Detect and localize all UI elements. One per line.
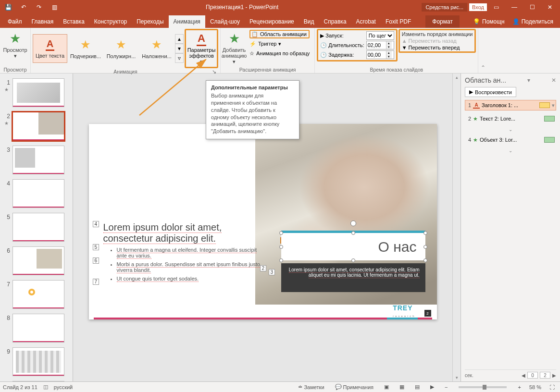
slide-bullet-list[interactable]: Ut fermentum a magna ut eleifend. Intege…: [110, 247, 264, 284]
thumbnail-4[interactable]: [12, 179, 64, 208]
account-login-button[interactable]: Вход: [469, 3, 487, 11]
gallery-up-icon[interactable]: ▴: [175, 34, 184, 44]
anim-pane-item-1[interactable]: 1 A Заголовок 1: ... ▾: [465, 100, 556, 110]
window-title: Презентация1 - PowerPoint: [62, 4, 422, 11]
timing-group: ▶ Запуск: По щелчку 🕒 Длительность: ▴▾ 🕒…: [317, 29, 397, 61]
anim-effect-overlay[interactable]: ★Наложени...: [139, 34, 174, 63]
view-sorter-icon[interactable]: ▦: [397, 384, 407, 390]
chevron-down-icon[interactable]: ▾: [552, 102, 555, 109]
share-button[interactable]: Поделиться: [522, 18, 553, 25]
effect-options-button[interactable]: A Параметры эффектов ▾: [185, 29, 218, 68]
view-slideshow-icon[interactable]: ▶: [428, 384, 436, 390]
reorder-group: Изменить порядок анимации ▲ Переместить …: [398, 29, 476, 53]
thumbnail-10[interactable]: [12, 381, 64, 381]
contextual-tab-group: Средства рис...: [422, 3, 467, 12]
star-icon: ★: [473, 137, 478, 143]
anim-tag-6[interactable]: 6: [93, 257, 100, 264]
duration-input[interactable]: [367, 41, 386, 49]
gallery-more-icon[interactable]: ▿: [175, 53, 184, 63]
timeline-bar[interactable]: [544, 137, 555, 143]
undo-icon[interactable]: ↶: [20, 4, 27, 11]
anim-effect-bold[interactable]: ★Полужирн...: [104, 34, 138, 63]
view-reading-icon[interactable]: ▤: [412, 384, 422, 390]
thumbnail-3[interactable]: [12, 146, 64, 174]
zoom-value[interactable]: 58 %: [529, 384, 541, 390]
thumbnail-8[interactable]: [12, 314, 64, 343]
anim-pane-item-2[interactable]: 2 ★ Текст 2: Lore...: [465, 113, 556, 124]
language-label[interactable]: русский: [54, 384, 73, 390]
anim-tag-4[interactable]: 4: [93, 221, 100, 227]
anim-tag-5[interactable]: 5: [93, 244, 100, 250]
tab-acrobat[interactable]: Acrobat: [351, 15, 381, 28]
expand-icon[interactable]: ⌄: [465, 148, 556, 153]
canvas-scrollbar[interactable]: ▴▾: [452, 74, 460, 381]
nav-prev-icon[interactable]: ◀: [522, 373, 525, 378]
anim-tag-2[interactable]: 2: [260, 265, 267, 271]
ribbon-options-icon[interactable]: ▭: [494, 4, 499, 11]
slide-title-box[interactable]: О нас: [281, 231, 425, 260]
anim-tag-3[interactable]: 3: [269, 269, 275, 275]
tab-foxit[interactable]: Foxit PDF: [381, 15, 416, 28]
animation-pane-button[interactable]: 📋 Область анимации: [249, 30, 310, 38]
tab-review[interactable]: Рецензирование: [245, 15, 299, 28]
fit-to-window-icon[interactable]: ⛶: [547, 384, 557, 390]
slide-heading[interactable]: Lorem ipsum dolor sit amet, consectetur …: [103, 222, 262, 244]
view-normal-icon[interactable]: ▣: [382, 384, 391, 390]
thumbnail-6[interactable]: [12, 246, 64, 275]
tab-view[interactable]: Вид: [299, 15, 319, 28]
tab-slideshow[interactable]: Слайд-шоу: [205, 15, 245, 28]
animation-painter-button[interactable]: ☆ Анимация по образцу: [249, 49, 310, 58]
tab-home[interactable]: Главная: [27, 15, 59, 28]
zoom-out-icon[interactable]: −: [442, 384, 450, 390]
tab-help[interactable]: Справка: [319, 15, 351, 28]
anim-effect-color[interactable]: A Цвет текста: [33, 34, 67, 63]
preview-button[interactable]: ★ Просмотр▾: [4, 29, 27, 61]
seconds-label: сек.: [465, 373, 473, 378]
timeline-bar[interactable]: [539, 102, 550, 108]
maximize-icon[interactable]: ☐: [530, 4, 535, 11]
slide-subtitle-box[interactable]: Lorem ipsum dolor sit amet, consectetur …: [281, 263, 425, 292]
tab-format[interactable]: Формат: [425, 15, 460, 28]
gallery-down-icon[interactable]: ▾: [175, 44, 184, 53]
delay-input[interactable]: [367, 51, 386, 59]
anim-effect-underline[interactable]: ★Подчеркив...: [68, 34, 103, 63]
group-advanced-label: Расширенная анимация: [239, 66, 296, 73]
slide-thumbnails: 1★ 2★ 3 4 5 6 7 8 9 10: [0, 74, 73, 381]
status-bar: Слайд 2 из 11 ◫ русский ≐ Заметки 💬 Прим…: [0, 381, 560, 392]
anim-pane-item-3[interactable]: 4 ★ Объект 3: Lor...: [465, 135, 556, 145]
accessibility-icon[interactable]: ◫: [43, 384, 48, 390]
slide-counter[interactable]: Слайд 2 из 11: [3, 384, 37, 390]
timeline-bar[interactable]: [544, 116, 555, 122]
tell-me[interactable]: Помощн: [482, 18, 505, 25]
start-from-beginning-icon[interactable]: ▥: [51, 4, 58, 11]
collapse-ribbon-icon[interactable]: ⌃: [478, 28, 488, 73]
thumbnail-5[interactable]: [12, 213, 64, 242]
anim-tag-7[interactable]: 7: [93, 279, 100, 285]
tab-file[interactable]: Файл: [3, 15, 27, 28]
thumbnail-2[interactable]: [12, 112, 64, 141]
tab-animation[interactable]: Анимация: [169, 15, 205, 28]
trigger-button[interactable]: ⚡ Триггер ▾: [249, 39, 310, 48]
start-select[interactable]: По щелчку: [366, 31, 394, 40]
notes-button[interactable]: ≐ Заметки: [296, 384, 326, 390]
thumbnail-9[interactable]: [12, 347, 64, 376]
zoom-slider[interactable]: [459, 386, 507, 388]
close-icon[interactable]: ✕: [548, 4, 552, 11]
thumbnail-1[interactable]: [12, 78, 64, 107]
animation-pane-close-icon[interactable]: ✕: [551, 77, 556, 84]
minimize-icon[interactable]: —: [511, 4, 517, 11]
redo-icon[interactable]: ↷: [36, 4, 42, 11]
expand-icon[interactable]: ⌄: [465, 127, 556, 132]
move-later-button[interactable]: ▼ Переместить вперед: [402, 45, 473, 50]
thumbnail-7[interactable]: [12, 280, 64, 309]
comments-button[interactable]: 💬 Примечания: [333, 384, 376, 390]
tab-insert[interactable]: Вставка: [58, 15, 89, 28]
save-icon[interactable]: 💾: [5, 4, 12, 11]
nav-next-icon[interactable]: ▶: [552, 373, 556, 378]
add-animation-button[interactable]: ★ Добавить анимацию ▾: [223, 29, 246, 66]
play-button[interactable]: ▶ Воспроизвести: [465, 87, 516, 97]
rotate-handle-icon[interactable]: [350, 220, 356, 226]
tab-transitions[interactable]: Переходы: [132, 15, 168, 28]
tab-design[interactable]: Конструктор: [89, 15, 132, 28]
zoom-in-icon[interactable]: +: [515, 384, 523, 390]
